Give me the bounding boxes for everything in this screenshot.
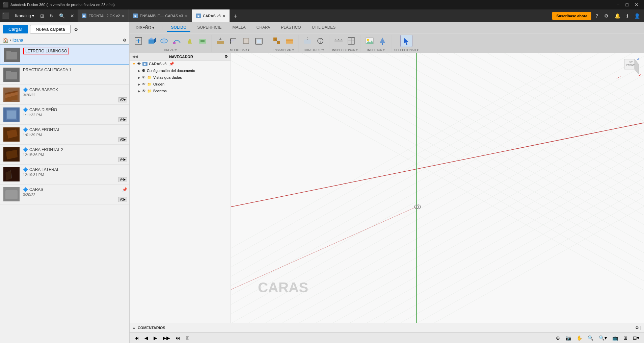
nav-origin-toggle[interactable]: ▶ bbox=[138, 82, 140, 86]
tab-mesh[interactable]: MALLA bbox=[229, 24, 250, 32]
tab-caras-close[interactable]: ✕ bbox=[223, 14, 225, 18]
panel-settings-icon[interactable]: ⚙ bbox=[73, 25, 80, 33]
nav-origin[interactable]: ▶ 👁 📁 Origen bbox=[130, 81, 231, 88]
tool-sweep[interactable] bbox=[171, 35, 183, 47]
account-icon[interactable]: 👤 bbox=[632, 12, 642, 20]
minimize-button[interactable]: − bbox=[614, 0, 622, 9]
timeline-button[interactable]: ⧖ bbox=[184, 334, 191, 342]
tool-select[interactable] bbox=[400, 35, 412, 47]
prev-frame-button[interactable]: ◀ bbox=[142, 334, 150, 342]
tool-offset-plane[interactable] bbox=[301, 35, 314, 47]
orbit-button[interactable]: ⊕ bbox=[554, 334, 562, 342]
grid-apps-icon[interactable]: ⊞ bbox=[38, 12, 46, 20]
nav-sketches[interactable]: ▶ 👁 📁 Bocetos bbox=[130, 88, 231, 94]
tool-extrude[interactable] bbox=[145, 35, 157, 47]
tool-chamfer[interactable] bbox=[240, 35, 252, 47]
grid-button[interactable]: ⊟▾ bbox=[631, 334, 641, 342]
tab-sheet-metal[interactable]: CHAPA bbox=[252, 24, 274, 32]
file-version[interactable]: V4▾ bbox=[118, 117, 127, 122]
tool-as-built-joint[interactable] bbox=[284, 35, 296, 47]
design-button[interactable]: DISEÑO ▾ bbox=[132, 24, 158, 31]
tab-utilities[interactable]: UTILIDADES bbox=[308, 24, 340, 32]
file-version[interactable]: V4▾ bbox=[118, 177, 127, 182]
subscribe-button[interactable]: Suscríbase ahora bbox=[552, 12, 591, 20]
tool-construct-more[interactable] bbox=[314, 35, 326, 47]
tool-insert-image[interactable] bbox=[364, 35, 376, 47]
file-version[interactable]: V2▾ bbox=[118, 97, 127, 102]
info-icon[interactable]: ℹ bbox=[624, 12, 630, 20]
nav-views[interactable]: ▶ 👁 📁 Vistas guardadas bbox=[130, 74, 231, 81]
breadcrumb-path[interactable]: lizana bbox=[12, 38, 23, 43]
tab-solid[interactable]: SÓLIDO bbox=[167, 24, 190, 32]
viewport[interactable]: Z FRONT TOP bbox=[231, 53, 644, 323]
list-item[interactable]: 🔷CARA LATERAL 12:19:31 PM V4▾ bbox=[0, 165, 129, 185]
view-cube[interactable]: Z FRONT TOP bbox=[614, 56, 641, 83]
new-folder-button[interactable]: Nueva carpeta bbox=[30, 25, 71, 33]
tool-revolve[interactable] bbox=[158, 35, 170, 47]
tool-loft[interactable] bbox=[184, 35, 196, 47]
tool-press-pull[interactable] bbox=[214, 35, 226, 47]
maximize-button[interactable]: □ bbox=[623, 0, 631, 9]
close-button[interactable]: ✕ bbox=[632, 0, 641, 9]
comments-close-icon[interactable]: | bbox=[640, 325, 641, 330]
tab-add-button[interactable]: ＋ bbox=[230, 12, 241, 20]
display-mode-button[interactable]: 📺 bbox=[610, 334, 620, 342]
tool-shell[interactable] bbox=[253, 35, 265, 47]
zoom-more-button[interactable]: 🔍▾ bbox=[597, 334, 609, 342]
list-item[interactable]: PRACTICA CALIFICADA 1 bbox=[0, 65, 129, 85]
nav-eye-root[interactable]: 👁 bbox=[137, 62, 141, 66]
play-button[interactable]: ▶ bbox=[152, 334, 159, 342]
nav-root-collapse[interactable]: ▼ bbox=[132, 62, 136, 66]
tool-measure[interactable] bbox=[332, 35, 345, 47]
list-item[interactable]: 🔷CARA BASEOK 3/20/22 V2▾ bbox=[0, 85, 129, 105]
load-button[interactable]: Cargar bbox=[3, 25, 28, 33]
navigator-collapse-icon[interactable]: ◀◀ bbox=[132, 55, 138, 58]
skip-back-button[interactable]: ⏮ bbox=[132, 334, 141, 342]
nav-pin-icon[interactable]: 📌 bbox=[169, 62, 174, 66]
tool-create-more[interactable] bbox=[196, 35, 209, 47]
comments-collapse-icon[interactable]: ▲ bbox=[132, 326, 136, 329]
user-menu[interactable]: lizanaing ▾ bbox=[12, 14, 37, 18]
tab-ensamble-close[interactable]: ✕ bbox=[185, 14, 188, 18]
tab-frontal2ok[interactable]: ▣ FRONTAL 2 OK v2 ✕ bbox=[78, 9, 129, 22]
tool-inspect-more[interactable] bbox=[345, 35, 357, 47]
tab-surface[interactable]: SUPERFICIE bbox=[193, 24, 225, 32]
close-search-icon[interactable]: ✕ bbox=[68, 12, 76, 20]
nav-config[interactable]: ▶ ⚙ Configuración del documento bbox=[130, 67, 231, 74]
tab-plastic[interactable]: PLÁSTICO bbox=[277, 24, 305, 32]
search-icon[interactable]: 🔍 bbox=[57, 12, 67, 20]
file-version[interactable]: V3▾ bbox=[118, 137, 127, 142]
pan-button[interactable]: ✋ bbox=[574, 334, 584, 342]
list-item[interactable]: LETRERO LUMINOSO bbox=[0, 45, 129, 65]
tool-insert-more[interactable] bbox=[376, 35, 388, 47]
tool-joint[interactable] bbox=[271, 35, 283, 47]
settings-icon[interactable]: ⚙ bbox=[602, 12, 611, 20]
file-version[interactable]: V3▾ bbox=[118, 197, 127, 202]
refresh-icon[interactable]: ↻ bbox=[48, 12, 56, 20]
tool-new-component[interactable] bbox=[132, 35, 144, 47]
comments-settings-icon[interactable]: ⚙ bbox=[635, 325, 639, 330]
nav-settings-icon[interactable]: ⚙ bbox=[123, 38, 127, 43]
nav-document-root[interactable]: ▼ 👁 ▣ CARAS v3 📌 bbox=[130, 60, 231, 67]
tab-ensamble[interactable]: ▣ ENSAMBLE.... CARAS v3 ✕ bbox=[129, 9, 192, 22]
nav-sketches-toggle[interactable]: ▶ bbox=[138, 89, 140, 93]
list-item[interactable]: 🔷CARA DISEÑO 1:11:32 PM V4▾ bbox=[0, 105, 129, 125]
display-more-button[interactable]: ⊞ bbox=[621, 334, 629, 342]
next-frame-button[interactable]: ▶▶ bbox=[161, 334, 172, 342]
look-at-button[interactable]: 📷 bbox=[563, 334, 573, 342]
nav-origin-eye[interactable]: 👁 bbox=[142, 82, 146, 87]
notifications-icon[interactable]: 🔔 bbox=[613, 12, 622, 20]
list-item[interactable]: 🔷CARA FRONTAL 1:01:39 PM V3▾ bbox=[0, 125, 129, 145]
home-icon[interactable]: 🏠 bbox=[3, 38, 8, 43]
nav-views-eye[interactable]: 👁 bbox=[142, 75, 146, 80]
navigator-options-icon[interactable]: ⚙ bbox=[224, 54, 228, 59]
nav-config-toggle[interactable]: ▶ bbox=[138, 69, 140, 73]
nav-views-toggle[interactable]: ▶ bbox=[138, 76, 140, 79]
tab-caras[interactable]: ▣ CARAS v3 ✕ bbox=[192, 9, 230, 22]
tab-frontal2ok-close[interactable]: ✕ bbox=[122, 14, 125, 18]
file-version[interactable]: V4▾ bbox=[118, 157, 127, 162]
help-icon[interactable]: ? bbox=[593, 12, 600, 20]
list-item[interactable]: 🔷CARA FRONTAL 2 12:15:36 PM V4▾ bbox=[0, 145, 129, 165]
nav-sketches-eye[interactable]: 👁 bbox=[142, 89, 146, 93]
list-item[interactable]: 🔷CARAS 3/20/22 📌 V3▾ bbox=[0, 185, 129, 204]
